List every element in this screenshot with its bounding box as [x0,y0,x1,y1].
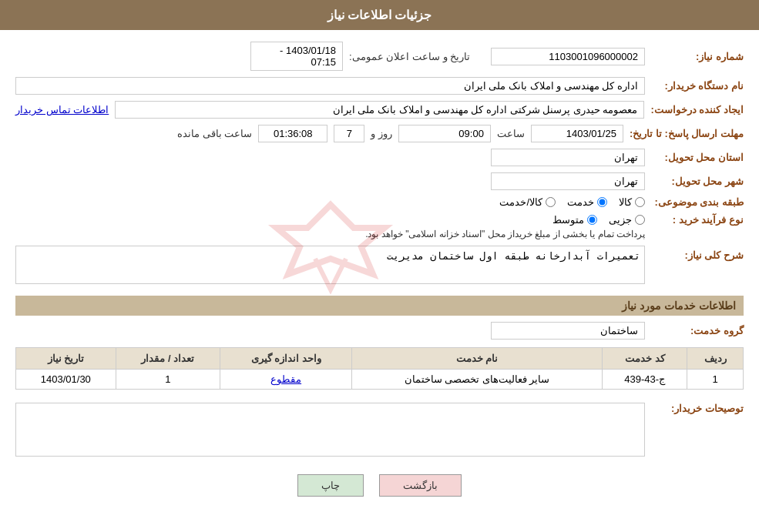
buyer-desc-textarea[interactable] [15,403,645,457]
purchase-radio-matavoset[interactable] [587,215,597,225]
city-value: تهران [491,172,645,190]
cell-row-num: 1 [687,370,744,390]
purchase-option-jozi[interactable]: جزیی [609,214,645,226]
category-radio-kala-khedmat[interactable] [546,197,556,207]
col-service-code: کد خدمت [603,348,687,370]
purchase-jozi-label: جزیی [609,214,632,226]
buyer-org-value: اداره کل مهندسی و املاک بانک ملی ایران [15,77,645,95]
need-description-label: شرح کلی نیاز: [651,246,744,261]
need-description-textarea[interactable]: تعمیرات آبدارخانه طبقه اول ساختمان مدیری… [15,246,645,284]
purchase-type-label: نوع فرآیند خرید : [651,214,744,226]
category-radio-khedmat[interactable] [597,197,607,207]
category-radio-group: کالا خدمت کالا/خدمت [499,196,645,208]
services-section-title: اطلاعات خدمات مورد نیاز [15,296,744,316]
announcement-value: 1403/01/18 - 07:15 [250,42,343,71]
response-deadline-label: مهلت ارسال پاسخ: تا تاریخ: [630,128,744,139]
cell-service-code: ج-43-439 [603,370,687,390]
col-date: تاریخ نیاز [16,348,116,370]
province-label: استان محل تحویل: [651,152,744,163]
buyer-org-label: نام دستگاه خریدار: [651,80,744,92]
creator-value: معصومه حیدری پرسنل شرکتی اداره کل مهندسی… [115,101,644,119]
group-service-label: گروه خدمت: [651,325,744,336]
response-days-label: روز و [371,128,392,139]
category-kala-label: کالا [619,196,632,208]
buttons-row: بازگشت چاپ [15,474,744,497]
print-button[interactable]: چاپ [297,474,364,497]
cell-date: 1403/01/30 [16,370,116,390]
page-header: جزئیات اطلاعات نیاز [0,0,759,30]
response-days: 7 [334,125,364,142]
buyer-desc-label: توصیحات خریدار: [651,399,744,414]
need-number-value: 1103001096000002 [491,48,645,65]
category-option-kala-khedmat[interactable]: کالا/خدمت [499,196,556,208]
page-title: جزئیات اطلاعات نیاز [327,8,432,22]
purchase-note: پرداخت تمام یا بخشی از مبلغ خریداز محل "… [365,229,645,239]
city-label: شهر محل تحویل: [651,176,744,187]
announcement-label: تاریخ و ساعت اعلان عمومی: [349,51,470,62]
purchase-type-radio-group: جزیی متوسط [365,214,645,226]
creator-contact-link[interactable]: اطلاعات تماس خریدار [15,104,109,115]
group-service-value: ساختمان [491,322,645,340]
response-remaining-label: ساعت باقی مانده [177,128,252,139]
table-row: 1 ج-43-439 سایر فعالیت‌های تخصصی ساختمان… [16,370,744,390]
services-table: ردیف کد خدمت نام خدمت واحد اندازه گیری ت… [15,347,744,390]
cell-unit[interactable]: مقطوع [220,370,352,390]
category-kala-khedmat-label: کالا/خدمت [499,196,542,208]
col-unit: واحد اندازه گیری [220,348,352,370]
purchase-radio-jozi[interactable] [635,215,645,225]
category-label: طبقه بندی موضوعی: [651,196,744,208]
cell-service-name: سایر فعالیت‌های تخصصی ساختمان [352,370,603,390]
purchase-option-matavoset[interactable]: متوسط [552,214,597,226]
response-time: 09:00 [398,125,491,142]
need-number-label: شماره نیاز: [651,51,744,62]
purchase-matavoset-label: متوسط [552,214,584,226]
category-option-kala[interactable]: کالا [619,196,645,208]
creator-label: ایجاد کننده درخواست: [650,104,744,115]
response-date: 1403/01/25 [531,125,623,142]
cell-quantity: 1 [116,370,220,390]
category-option-khedmat[interactable]: خدمت [567,196,607,208]
col-service-name: نام خدمت [352,348,603,370]
back-button[interactable]: بازگشت [379,474,462,497]
col-row-num: ردیف [687,348,744,370]
response-time-label: ساعت [497,128,525,139]
col-quantity: تعداد / مقدار [116,348,220,370]
category-khedmat-label: خدمت [567,196,594,208]
province-value: تهران [491,149,645,166]
category-radio-kala[interactable] [635,197,645,207]
response-remaining: 01:36:08 [258,125,327,142]
